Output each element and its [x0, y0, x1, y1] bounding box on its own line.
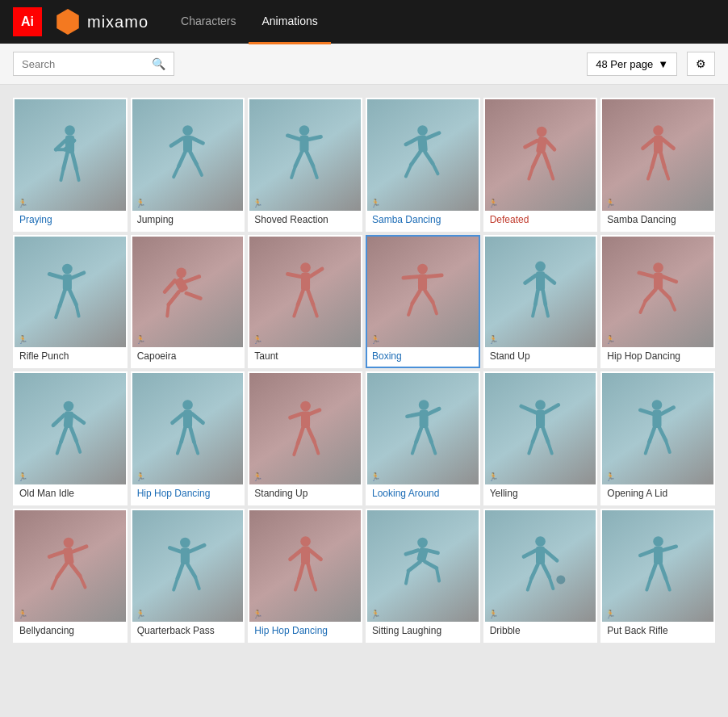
svg-point-176 — [535, 536, 546, 547]
svg-point-72 — [418, 264, 429, 275]
animation-card[interactable]: 🏃 Taunt — [248, 235, 362, 369]
nav-tabs: Characters Animations — [168, 0, 331, 44]
svg-point-128 — [535, 400, 546, 410]
card-thumbnail: 🏃 — [367, 237, 479, 348]
animation-card[interactable]: 🏃 Defeated — [483, 98, 598, 232]
animation-card[interactable]: 🏃 Yelling — [483, 371, 598, 505]
svg-line-127 — [432, 442, 436, 453]
svg-line-59 — [165, 280, 175, 291]
animation-card[interactable]: 🏃 Looking Around — [366, 371, 480, 505]
animation-card[interactable]: 🏃 Dribble — [483, 509, 598, 643]
svg-line-55 — [56, 306, 60, 317]
svg-line-48 — [664, 168, 668, 179]
chevron-down-icon: ▼ — [658, 58, 668, 70]
run-icon: 🏃 — [18, 472, 27, 481]
card-label: Dribble — [485, 622, 596, 641]
svg-line-108 — [182, 428, 186, 442]
animation-card[interactable]: 🏃 Samba Dancing — [366, 98, 480, 232]
svg-line-84 — [535, 291, 538, 304]
animation-card[interactable]: 🏃 Stand Up — [483, 235, 598, 369]
card-label: Shoved Reaction — [249, 211, 361, 230]
animation-card[interactable]: 🏃 Standing Up — [248, 371, 362, 505]
svg-point-64 — [300, 262, 311, 273]
settings-button[interactable]: ⚙ — [687, 52, 715, 76]
animation-card[interactable]: 🏃 Opening A Lid — [600, 371, 715, 505]
svg-line-131 — [545, 405, 559, 412]
animation-card[interactable]: 🏃 Capoeira — [131, 235, 245, 369]
svg-line-187 — [640, 551, 654, 556]
run-icon: 🏃 — [18, 199, 27, 208]
animation-card[interactable]: 🏃 Bellydancing — [13, 509, 128, 643]
svg-line-60 — [185, 277, 199, 282]
svg-line-190 — [660, 564, 665, 578]
svg-line-21 — [295, 153, 302, 166]
svg-line-125 — [427, 428, 432, 442]
svg-line-62 — [186, 293, 200, 298]
animation-card[interactable]: 🏃 Sitting Laughing — [366, 509, 480, 643]
svg-line-174 — [406, 571, 408, 584]
svg-line-63 — [167, 304, 169, 316]
svg-line-30 — [425, 153, 433, 164]
card-thumbnail: 🏃 — [249, 510, 361, 622]
svg-line-146 — [50, 551, 65, 556]
card-thumbnail: 🏃 — [132, 99, 244, 211]
card-label: Opening A Lid — [602, 484, 713, 504]
animation-card[interactable]: 🏃 Quarterback Pass — [131, 509, 245, 643]
per-page-select[interactable]: 48 Per page ▼ — [587, 52, 677, 76]
animation-card[interactable]: 🏃 Praying — [13, 98, 128, 232]
svg-line-74 — [404, 277, 418, 279]
svg-line-44 — [663, 140, 673, 149]
animation-card[interactable]: 🏃 Shoved Reaction — [248, 98, 362, 232]
svg-line-82 — [525, 275, 536, 283]
animation-card[interactable]: 🏃 Boxing — [366, 235, 480, 369]
tab-characters[interactable]: Characters — [168, 0, 249, 44]
svg-line-83 — [545, 275, 554, 283]
svg-point-80 — [535, 262, 546, 272]
card-thumbnail: 🏃 — [602, 510, 713, 622]
run-icon: 🏃 — [488, 199, 498, 208]
run-icon: 🏃 — [253, 199, 262, 208]
card-thumbnail: 🏃 — [367, 373, 479, 484]
card-thumbnail: 🏃 — [602, 373, 713, 484]
svg-line-139 — [661, 407, 673, 413]
svg-line-142 — [645, 442, 649, 453]
svg-point-160 — [300, 536, 311, 547]
animation-card[interactable]: 🏃 Hip Hop Dancing — [248, 509, 362, 643]
run-icon: 🏃 — [253, 610, 262, 618]
svg-line-111 — [194, 442, 198, 453]
adobe-logo: Ai — [13, 7, 42, 36]
animation-card[interactable]: 🏃 Put Back Rifle — [600, 509, 715, 643]
svg-line-163 — [310, 551, 320, 560]
card-label: Standing Up — [249, 484, 361, 504]
card-label: Stand Up — [485, 347, 596, 367]
run-icon: 🏃 — [605, 199, 615, 208]
run-icon: 🏃 — [370, 335, 380, 344]
animation-card[interactable]: 🏃 Old Man Idle — [13, 371, 128, 505]
svg-line-66 — [287, 274, 301, 276]
svg-point-120 — [419, 400, 429, 410]
card-thumbnail: 🏃 — [15, 99, 126, 211]
card-label: Jumping — [132, 211, 244, 230]
card-thumbnail: 🏃 — [15, 510, 126, 622]
svg-line-141 — [659, 428, 666, 441]
animation-card[interactable]: 🏃 Samba Dancing — [600, 98, 715, 232]
svg-line-101 — [71, 428, 76, 441]
svg-line-114 — [290, 413, 300, 417]
animation-card[interactable]: 🏃 Rifle Punch — [13, 235, 128, 369]
animation-card[interactable]: 🏃 Hip Hop Dancing — [600, 235, 715, 369]
search-input[interactable] — [22, 58, 147, 70]
svg-line-124 — [416, 428, 421, 442]
card-label: Looking Around — [367, 484, 479, 504]
card-label: Samba Dancing — [602, 211, 713, 230]
svg-line-31 — [406, 165, 411, 176]
svg-point-9 — [182, 125, 193, 136]
run-icon: 🏃 — [370, 472, 380, 481]
svg-point-17 — [299, 125, 309, 136]
animation-card[interactable]: 🏃 Hip Hop Dancing — [131, 371, 245, 505]
svg-line-85 — [543, 291, 546, 304]
animation-card[interactable]: 🏃 Jumping — [131, 98, 245, 232]
svg-line-179 — [545, 551, 557, 561]
card-thumbnail: 🏃 — [367, 99, 479, 211]
svg-line-43 — [642, 140, 653, 149]
tab-animations[interactable]: Animations — [249, 0, 330, 44]
